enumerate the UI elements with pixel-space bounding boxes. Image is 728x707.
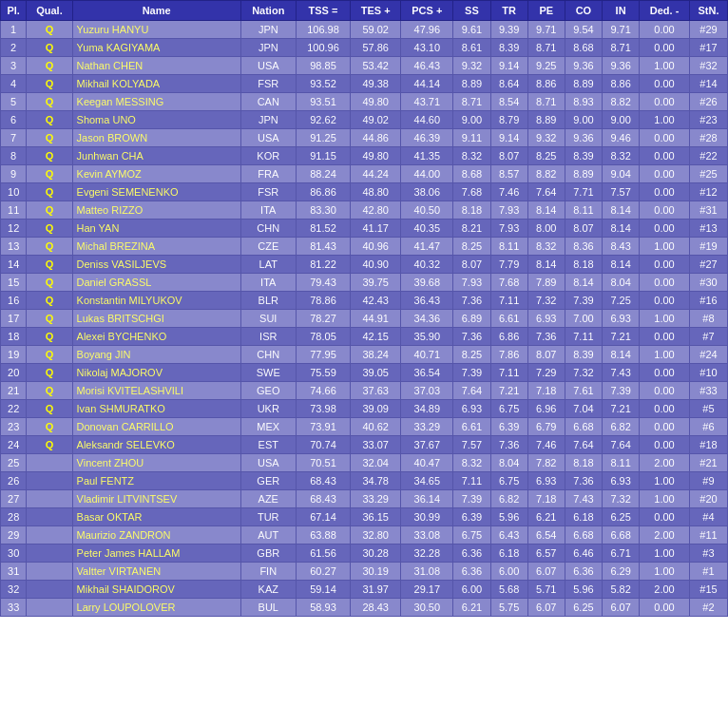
name-cell[interactable]: Evgeni SEMENENKO	[72, 183, 240, 201]
skater-name-link[interactable]: Ivan SHMURATKO	[77, 403, 165, 414]
name-cell[interactable]: Nikolaj MAJOROV	[72, 364, 240, 382]
stn-cell: #11	[689, 526, 727, 545]
name-cell[interactable]: Han YAN	[72, 220, 240, 238]
name-cell[interactable]: Donovan CARRILLO	[72, 418, 240, 436]
name-cell[interactable]: Yuma KAGIYAMA	[72, 39, 240, 57]
pe-cell: 8.14	[527, 201, 565, 220]
name-cell[interactable]: Maurizio ZANDRON	[72, 526, 240, 545]
skater-name-link[interactable]: Kevin AYMOZ	[77, 168, 142, 180]
skater-name-link[interactable]: Yuzuru HANYU	[77, 24, 149, 35]
name-cell[interactable]: Paul FENTZ	[72, 472, 240, 490]
name-cell[interactable]: Keegan MESSING	[72, 93, 240, 111]
name-cell[interactable]: Shoma UNO	[72, 111, 240, 129]
skater-name-link[interactable]: Mikhail KOLYADA	[77, 78, 161, 89]
name-cell[interactable]: Vladimir LITVINTSEV	[72, 490, 240, 508]
skater-name-link[interactable]: Alexei BYCHENKO	[77, 331, 167, 342]
name-cell[interactable]: Mikhail KOLYADA	[72, 75, 240, 93]
skater-name-link[interactable]: Lukas BRITSCHGI	[77, 313, 164, 324]
tr-cell: 7.93	[490, 220, 527, 238]
stn-cell: #26	[689, 93, 727, 111]
skater-name-link[interactable]: Jason BROWN	[77, 132, 148, 143]
nation-cell: KOR	[240, 147, 296, 165]
name-cell[interactable]: Alexei BYCHENKO	[72, 328, 240, 346]
tr-cell: 6.82	[490, 490, 527, 508]
skater-name-link[interactable]: Han YAN	[77, 222, 120, 234]
skater-name-link[interactable]: Konstantin MILYUKOV	[77, 295, 182, 306]
skater-name-link[interactable]: Junhwan CHA	[77, 150, 144, 162]
name-cell[interactable]: Deniss VASILJEVS	[72, 256, 240, 274]
nation-cell: GEO	[240, 382, 296, 400]
stn-cell: #12	[689, 183, 727, 201]
name-cell[interactable]: Boyang JIN	[72, 346, 240, 364]
name-cell[interactable]: Nathan CHEN	[72, 57, 240, 75]
tss-cell: 83.30	[296, 201, 350, 220]
skater-name-link[interactable]: Larry LOUPOLOVER	[77, 602, 176, 613]
name-cell[interactable]: Michal BREZINA	[72, 238, 240, 256]
tss-cell: 60.27	[296, 563, 350, 581]
skater-name-link[interactable]: Deniss VASILJEVS	[77, 258, 167, 270]
name-cell[interactable]: Matteo RIZZO	[72, 201, 240, 220]
skater-name-link[interactable]: Evgeni SEMENENKO	[77, 186, 179, 198]
pe-cell: 8.25	[527, 147, 565, 165]
ded-cell: 0.00	[640, 256, 690, 274]
name-cell[interactable]: Peter James HALLAM	[72, 545, 240, 563]
skater-name-link[interactable]: Shoma UNO	[77, 114, 136, 125]
skater-name-link[interactable]: Nathan CHEN	[77, 60, 144, 71]
place-cell: 12	[1, 220, 27, 238]
skater-name-link[interactable]: Paul FENTZ	[77, 475, 135, 487]
name-cell[interactable]: Basar OKTAR	[72, 508, 240, 526]
name-cell[interactable]: Vincent ZHOU	[72, 454, 240, 472]
name-cell[interactable]: Kevin AYMOZ	[72, 165, 240, 183]
skater-name-link[interactable]: Daniel GRASSL	[77, 277, 152, 288]
skater-name-link[interactable]: Basar OKTAR	[77, 511, 143, 523]
skater-name-link[interactable]: Maurizio ZANDRON	[77, 529, 171, 541]
skater-name-link[interactable]: Donovan CARRILLO	[77, 421, 174, 432]
column-header: Nation	[240, 1, 296, 21]
skater-name-link[interactable]: Nikolaj MAJOROV	[77, 367, 163, 378]
name-cell[interactable]: Yuzuru HANYU	[72, 21, 240, 39]
skater-name-link[interactable]: Yuma KAGIYAMA	[77, 42, 161, 53]
pcs-cell: 36.43	[401, 292, 453, 310]
skater-name-link[interactable]: Vladimir LITVINTSEV	[77, 493, 178, 505]
tss-cell: 81.43	[296, 238, 350, 256]
skater-name-link[interactable]: Michal BREZINA	[77, 240, 156, 252]
table-row: 17QLukas BRITSCHGISUI78.2744.9134.366.89…	[1, 310, 728, 328]
skater-name-link[interactable]: Boyang JIN	[77, 349, 131, 360]
name-cell[interactable]: Mikhail SHAIDOROV	[72, 581, 240, 599]
table-row: 12QHan YANCHN81.5241.1740.358.217.938.00…	[1, 220, 728, 238]
skater-name-link[interactable]: Vincent ZHOU	[77, 457, 144, 468]
name-cell[interactable]: Ivan SHMURATKO	[72, 400, 240, 418]
tss-cell: 74.66	[296, 382, 350, 400]
tr-cell: 6.18	[490, 545, 527, 563]
in-cell: 7.21	[603, 400, 640, 418]
nation-cell: GBR	[240, 545, 296, 563]
skater-name-link[interactable]: Morisi KVITELASHVILI	[77, 385, 183, 396]
name-cell[interactable]: Lukas BRITSCHGI	[72, 310, 240, 328]
in-cell: 9.71	[603, 21, 640, 39]
skater-name-link[interactable]: Mikhail SHAIDOROV	[77, 583, 175, 595]
name-cell[interactable]: Aleksandr SELEVKO	[72, 436, 240, 454]
name-cell[interactable]: Konstantin MILYUKOV	[72, 292, 240, 310]
skater-name-link[interactable]: Valtter VIRTANEN	[77, 565, 162, 577]
ss-cell: 9.61	[453, 21, 490, 39]
stn-cell: #6	[689, 418, 727, 436]
pe-cell: 6.07	[527, 599, 565, 617]
name-cell[interactable]: Jason BROWN	[72, 129, 240, 147]
qual-cell	[27, 581, 72, 599]
skater-name-link[interactable]: Peter James HALLAM	[77, 547, 181, 559]
ss-cell: 8.32	[453, 147, 490, 165]
skater-name-link[interactable]: Aleksandr SELEVKO	[77, 439, 175, 450]
name-cell[interactable]: Valtter VIRTANEN	[72, 563, 240, 581]
name-cell[interactable]: Junhwan CHA	[72, 147, 240, 165]
skater-name-link[interactable]: Keegan MESSING	[77, 96, 164, 107]
tes-cell: 42.15	[351, 328, 401, 346]
tr-cell: 6.61	[490, 310, 527, 328]
skater-name-link[interactable]: Matteo RIZZO	[77, 204, 144, 216]
nation-cell: CHN	[240, 346, 296, 364]
place-cell: 17	[1, 310, 27, 328]
name-cell[interactable]: Daniel GRASSL	[72, 274, 240, 292]
co-cell: 7.61	[565, 382, 602, 400]
name-cell[interactable]: Larry LOUPOLOVER	[72, 599, 240, 617]
name-cell[interactable]: Morisi KVITELASHVILI	[72, 382, 240, 400]
pcs-cell: 33.08	[401, 526, 453, 545]
